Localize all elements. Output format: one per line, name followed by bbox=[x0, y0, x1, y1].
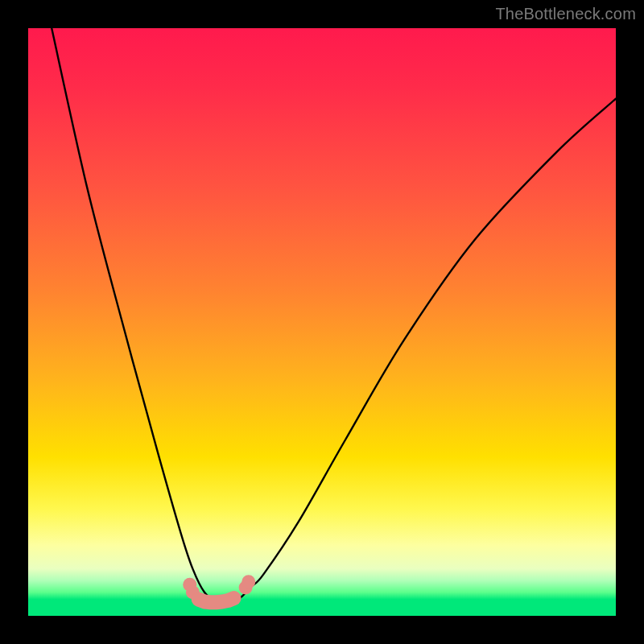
plot-area bbox=[28, 28, 616, 616]
bottleneck-curve-svg bbox=[28, 28, 616, 616]
marker-group bbox=[183, 575, 255, 602]
bottleneck-curve bbox=[52, 28, 616, 602]
right-dots-dot bbox=[242, 575, 255, 588]
valley-blob bbox=[199, 598, 234, 602]
chart-frame: TheBottleneck.com bbox=[0, 0, 644, 644]
watermark-text: TheBottleneck.com bbox=[495, 5, 636, 23]
